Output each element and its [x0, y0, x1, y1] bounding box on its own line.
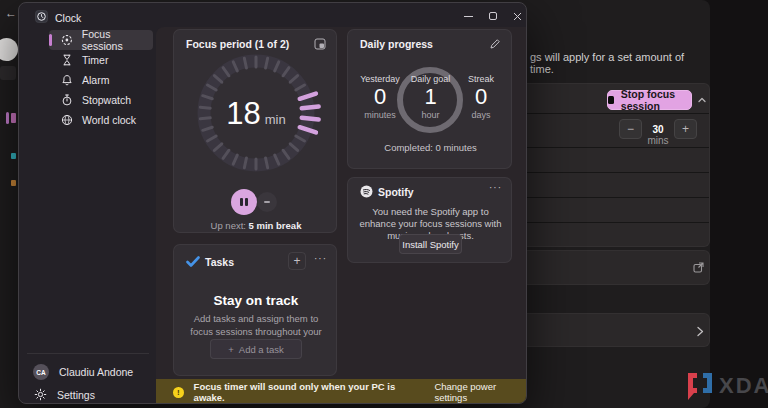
- minimize-icon: [464, 16, 473, 17]
- focus-sessions-icon: [61, 34, 73, 46]
- warning-bar: ! Focus timer will sound only when your …: [156, 379, 527, 404]
- spotify-title: Spotify: [378, 186, 414, 198]
- stop-focus-session-button[interactable]: Stop focus session: [607, 90, 692, 110]
- spotify-icon: [360, 185, 373, 198]
- duration-increase-button[interactable]: +: [674, 119, 697, 139]
- sidebar-item-label: Alarm: [82, 74, 109, 86]
- chevron-up-icon[interactable]: [697, 95, 707, 105]
- account-avatar-partial: [0, 38, 18, 61]
- more-icon: ···: [489, 182, 502, 193]
- world-clock-icon: [61, 114, 73, 126]
- external-link-icon: [693, 262, 704, 273]
- stat-label: Daily goal: [411, 74, 451, 84]
- stat-unit: minutes: [364, 110, 396, 120]
- install-spotify-label: Install Spotify: [402, 239, 459, 250]
- todo-check-icon: [186, 256, 200, 267]
- clock-app-icon: [35, 10, 48, 23]
- duration-number: 30: [652, 124, 663, 135]
- stat-daily-goal: Daily goal 1 hour: [406, 74, 455, 120]
- change-power-settings-link[interactable]: Change power settings: [434, 381, 527, 403]
- settings-description-fragment: gs will apply for a set amount of time.: [530, 51, 710, 75]
- spotify-more-button[interactable]: ···: [489, 182, 502, 193]
- more-icon: ···: [314, 253, 327, 264]
- maximize-button[interactable]: [480, 3, 506, 29]
- minimize-button[interactable]: [455, 3, 481, 29]
- account-row[interactable]: CA Claudiu Andone: [33, 364, 133, 380]
- add-task-button[interactable]: + Add a task: [210, 339, 302, 359]
- sidebar-item-label: Timer: [82, 54, 108, 66]
- up-next-value: 5 min break: [249, 220, 302, 231]
- nav-icon-orange: [11, 180, 16, 186]
- tasks-title: Tasks: [205, 256, 234, 268]
- warning-message: Focus timer will sound only when your PC…: [194, 381, 421, 403]
- close-icon: [513, 12, 522, 21]
- up-next-label: Up next:: [211, 220, 246, 231]
- pause-icon: [240, 198, 248, 206]
- plus-icon: +: [228, 344, 234, 355]
- pause-button[interactable]: [231, 189, 257, 215]
- stat-value: 0: [475, 85, 487, 109]
- xda-text: XDA: [719, 375, 768, 397]
- selected-accent-bar: [49, 34, 52, 46]
- back-icon[interactable]: ←: [5, 6, 17, 20]
- stop-focus-session-label: Stop focus session: [621, 88, 691, 112]
- time-value: 18: [226, 96, 260, 132]
- sidebar-divider: [27, 353, 149, 354]
- timer-icon: [61, 54, 73, 66]
- time-unit: min: [265, 112, 286, 127]
- settings-label: Settings: [57, 389, 95, 401]
- xda-watermark: XDA: [684, 371, 768, 401]
- desktop: ← gs will apply for a set amount of time…: [0, 0, 768, 408]
- add-task-label: Add a task: [239, 344, 284, 355]
- sidebar-item-label: Focus sessions: [82, 28, 153, 52]
- nav-icon-teal: [11, 153, 16, 159]
- close-button[interactable]: [504, 3, 527, 29]
- sidebar-item-focus-sessions[interactable]: Focus sessions: [49, 30, 153, 50]
- daily-progress-card: Daily progress Yesterday 0 minutes Daily…: [347, 29, 512, 169]
- settings-row[interactable]: Settings: [33, 388, 95, 401]
- time-remaining: 18 min: [174, 96, 338, 132]
- spotify-card: Spotify ··· You need the Spotify app to …: [347, 177, 512, 263]
- tasks-card: Tasks + ··· Stay on track Add tasks and …: [173, 244, 337, 376]
- stat-label: Yesterday: [360, 74, 400, 84]
- up-next: Up next: 5 min break: [174, 220, 338, 231]
- stat-label: Streak: [468, 74, 494, 84]
- warning-icon: !: [173, 387, 184, 398]
- user-avatar: CA: [33, 364, 49, 380]
- clock-window: Clock Focus sessions Timer Al: [18, 2, 527, 404]
- daily-progress-stats: Yesterday 0 minutes Daily goal 1 hour St…: [348, 74, 513, 120]
- add-task-plus-button[interactable]: +: [288, 252, 306, 270]
- edit-icon[interactable]: [489, 38, 501, 50]
- minus-icon: −: [627, 122, 634, 136]
- user-name: Claudiu Andone: [59, 366, 133, 378]
- sidebar-item-label: Stopwatch: [82, 94, 131, 106]
- xda-logo-icon: [684, 371, 716, 401]
- skip-button[interactable]: [257, 192, 277, 212]
- tasks-more-button[interactable]: ···: [314, 253, 327, 264]
- stat-unit: days: [471, 110, 490, 120]
- sidebar-item-alarm[interactable]: Alarm: [49, 70, 153, 90]
- chevron-right-icon: [696, 326, 704, 337]
- gear-icon: [34, 388, 47, 401]
- stat-yesterday: Yesterday 0 minutes: [354, 74, 406, 120]
- maximize-icon: [489, 12, 497, 20]
- stat-streak: Streak 0 days: [455, 74, 507, 120]
- plus-icon: +: [293, 254, 300, 268]
- install-spotify-button[interactable]: Install Spotify: [399, 234, 462, 254]
- alarm-icon: [61, 74, 73, 86]
- nav-button-partial: [0, 66, 16, 80]
- duration-value: 30 mins: [644, 124, 672, 146]
- sidebar-item-stopwatch[interactable]: Stopwatch: [49, 90, 153, 110]
- duration-decrease-button[interactable]: −: [619, 119, 642, 139]
- sidebar-item-label: World clock: [82, 114, 136, 126]
- stop-icon: [608, 96, 614, 104]
- stat-value: 1: [424, 85, 436, 109]
- sidebar-item-world-clock[interactable]: World clock: [49, 110, 153, 130]
- stopwatch-icon: [61, 94, 73, 106]
- focus-period-card: Focus period (1 of 2) 18 min: [173, 29, 337, 233]
- skip-icon: [264, 201, 270, 203]
- stat-unit: hour: [421, 110, 439, 120]
- completed-text: Completed: 0 minutes: [348, 142, 513, 153]
- sidebar-item-timer[interactable]: Timer: [49, 50, 153, 70]
- tasks-heading: Stay on track: [174, 293, 338, 308]
